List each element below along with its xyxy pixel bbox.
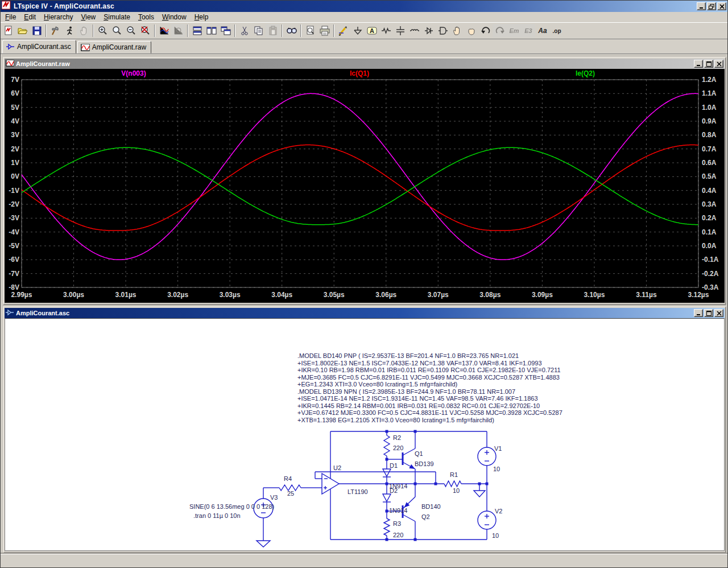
ground-symbol xyxy=(474,491,485,497)
restore-button[interactable] xyxy=(707,2,716,10)
maximize-button[interactable] xyxy=(704,309,713,317)
junction-dot xyxy=(414,483,417,485)
undo-icon xyxy=(480,26,491,36)
schematic-canvas-area[interactable]: .MODEL BD140 PNP ( IS=2.9537E-13 BF=201.… xyxy=(5,318,725,551)
menu-edit[interactable]: Edit xyxy=(20,12,40,22)
print-preview-button[interactable] xyxy=(303,24,317,38)
inductor-button[interactable] xyxy=(407,24,421,38)
zoom-in-icon xyxy=(97,26,109,36)
tile-horizontal-button[interactable] xyxy=(204,24,218,38)
tile-vertical-button[interactable] xyxy=(190,24,204,38)
window-title: LTspice IV - AmpliCourant.asc xyxy=(14,2,695,10)
waveform-window-title-bar[interactable]: AmpliCourant.raw xyxy=(5,59,725,69)
toolbar-separator xyxy=(282,24,283,37)
svg-text:0.3A: 0.3A xyxy=(702,200,717,208)
junction-dot xyxy=(435,483,437,485)
new-schematic-button[interactable] xyxy=(1,24,15,38)
menu-view[interactable]: View xyxy=(77,12,100,22)
svg-text:3V: 3V xyxy=(11,131,19,139)
toolbar-separator xyxy=(46,24,47,37)
spice-directive-icon: .op xyxy=(551,26,562,36)
svg-text:.op: .op xyxy=(552,28,561,34)
svg-text:5V: 5V xyxy=(11,104,19,112)
tab-bar: AmpliCourant.asc AmpliCourant.raw xyxy=(1,39,727,54)
title-bar[interactable]: LTspice IV - AmpliCourant.asc xyxy=(1,1,727,12)
svg-text:1.1A: 1.1A xyxy=(702,89,717,97)
copy-icon xyxy=(253,26,264,36)
undo-button[interactable] xyxy=(478,24,493,38)
resistor-button[interactable] xyxy=(379,24,393,38)
schematic-file-icon xyxy=(6,43,15,51)
svg-text:-1V: -1V xyxy=(9,187,19,195)
ltspice-main-window: LTspice IV - AmpliCourant.asc FileEditHi… xyxy=(0,0,728,568)
spice-directive-button[interactable]: .op xyxy=(549,24,564,38)
paste-icon xyxy=(267,26,279,36)
net-label-button[interactable]: A xyxy=(365,24,379,38)
waveform-plot-area[interactable]: 7V6V5V4V3V2V1V0V-1V-2V-3V-4V-5V-6V-7V-8V… xyxy=(5,69,725,303)
text-button[interactable]: Aa xyxy=(535,24,549,38)
menu-help[interactable]: Help xyxy=(191,12,213,22)
waveform-window-controls xyxy=(694,60,723,68)
schematic-label: R1 xyxy=(450,471,458,478)
svg-text:1V: 1V xyxy=(11,159,19,167)
component-button[interactable] xyxy=(436,24,450,38)
maximize-button[interactable] xyxy=(704,60,713,68)
diode-button[interactable] xyxy=(421,24,436,38)
ground-button[interactable] xyxy=(350,24,365,38)
schematic-canvas[interactable]: .MODEL BD140 PNP ( IS=2.9537E-13 BF=201.… xyxy=(5,319,724,552)
menu-hierarchy[interactable]: Hierarchy xyxy=(40,12,77,22)
schematic-window-icon xyxy=(6,309,14,318)
close-button[interactable] xyxy=(714,309,723,317)
net-label-icon: A xyxy=(366,26,378,36)
control-panel-button[interactable] xyxy=(48,24,63,38)
schematic-window-title: AmpliCourant.asc xyxy=(16,310,692,316)
svg-text:0.9A: 0.9A xyxy=(702,117,717,125)
schematic-label: D1 xyxy=(390,462,398,469)
print-button[interactable] xyxy=(317,24,332,38)
schematic-label: R2 xyxy=(393,434,401,441)
resistor-R3 xyxy=(384,518,390,536)
zoom-back-button[interactable] xyxy=(110,24,124,38)
svg-text:3.10µs: 3.10µs xyxy=(584,291,605,299)
tab-label: AmpliCourant.asc xyxy=(17,43,71,51)
open-button[interactable] xyxy=(15,24,30,38)
tab-amplicourant-asc[interactable]: AmpliCourant.asc xyxy=(2,40,76,53)
cascade-windows-button[interactable] xyxy=(218,24,233,38)
minimize-button[interactable] xyxy=(694,309,703,317)
capacitor-button[interactable] xyxy=(393,24,407,38)
trace-label-icq1[interactable]: Ic(Q1) xyxy=(350,69,369,77)
autorange-y-button[interactable] xyxy=(157,24,171,38)
menu-simulate[interactable]: Simulate xyxy=(100,12,134,22)
minimize-button[interactable] xyxy=(694,60,703,68)
svg-text:3.11µs: 3.11µs xyxy=(636,291,657,299)
find-button[interactable] xyxy=(284,24,299,38)
draw-wire-button[interactable] xyxy=(336,24,350,38)
mirror-button: Em xyxy=(507,24,521,38)
schematic-window-title-bar[interactable]: AmpliCourant.asc xyxy=(5,308,725,318)
zoom-in-button[interactable] xyxy=(96,24,110,38)
close-button[interactable] xyxy=(714,60,723,68)
schematic-window-controls xyxy=(694,309,723,317)
move-button[interactable] xyxy=(450,24,464,38)
svg-text:0.4A: 0.4A xyxy=(702,187,717,195)
cut-button[interactable] xyxy=(237,24,251,38)
waveform-plot[interactable]: 7V6V5V4V3V2V1V0V-1V-2V-3V-4V-5V-6V-7V-8V… xyxy=(5,69,725,302)
close-button[interactable] xyxy=(717,2,726,10)
zoom-full-extents-button[interactable] xyxy=(138,24,152,38)
drag-button[interactable] xyxy=(464,24,478,38)
menu-tools[interactable]: Tools xyxy=(134,12,158,22)
run-button[interactable] xyxy=(63,24,77,38)
menu-file[interactable]: File xyxy=(1,12,20,22)
copy-button[interactable] xyxy=(251,24,266,38)
save-button[interactable] xyxy=(30,24,44,38)
menu-window[interactable]: Window xyxy=(158,12,191,22)
trace-label-vn003[interactable]: V(n003) xyxy=(121,69,146,77)
junction-dot xyxy=(486,483,489,485)
trace-label-ieq2[interactable]: Ie(Q2) xyxy=(576,69,595,77)
zoom-out-button[interactable] xyxy=(124,24,138,38)
diode-D1 xyxy=(383,469,391,476)
schematic-label: 10 xyxy=(493,466,500,472)
diode-D2 xyxy=(383,494,391,501)
minimize-button[interactable] xyxy=(697,2,706,10)
tab-amplicourant-raw[interactable]: AmpliCourant.raw xyxy=(77,41,151,53)
